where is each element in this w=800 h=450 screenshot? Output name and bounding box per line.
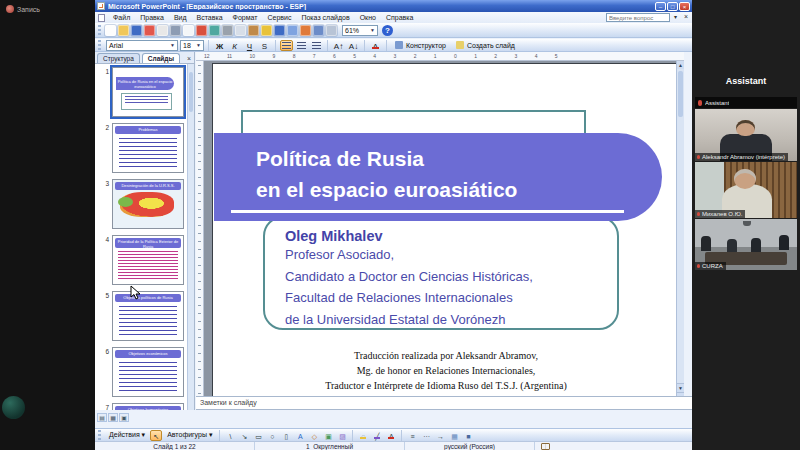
minimize-button[interactable]: – (655, 2, 666, 11)
research-icon[interactable] (209, 25, 220, 36)
panel-scrollbar[interactable] (187, 64, 194, 410)
slide-thumbnail[interactable]: 1 Política de Rusia en el espacio euroas… (95, 64, 187, 120)
toolbar-grip[interactable] (98, 40, 101, 51)
new-icon[interactable] (105, 25, 116, 36)
menu-Вид[interactable]: Вид (169, 14, 192, 21)
slide-design-button[interactable]: Конструктор (391, 40, 450, 51)
line-icon[interactable]: \ (224, 430, 236, 441)
dash-style-icon[interactable]: ⋯ (420, 430, 432, 441)
chevron-down-icon[interactable]: ▾ (674, 13, 677, 20)
line-style-icon[interactable]: ≡ (406, 430, 418, 441)
slide-preview[interactable]: Política de Rusia en el espacio euroasiá… (112, 67, 184, 117)
slide-thumbnail[interactable]: 3 Desintegración de la U.R.S.S. (95, 176, 187, 232)
notes-pane[interactable]: Заметки к слайду (196, 396, 692, 410)
draw-actions-menu[interactable]: Действия ▾ (106, 431, 148, 439)
restore-button[interactable]: □ (667, 2, 678, 11)
insert-table-icon[interactable] (313, 25, 324, 36)
fill-color-icon[interactable]: ◌ (357, 430, 369, 441)
toolbar-grip[interactable] (98, 25, 101, 36)
menu-Формат[interactable]: Формат (228, 14, 263, 21)
slide-thumbnail[interactable]: 5 Objetivos políticos de Rusia (95, 288, 187, 344)
wordart-icon[interactable]: A (294, 430, 306, 441)
participant-tile[interactable]: Aleksandr Abramov (intérprete) (695, 109, 797, 161)
permission-icon[interactable] (144, 25, 155, 36)
autoshapes-menu[interactable]: Автофигуры ▾ (164, 431, 215, 439)
slide-preview[interactable]: Desintegración de la U.R.S.S. (112, 179, 184, 229)
print-preview-icon[interactable] (183, 25, 194, 36)
subtitle-box[interactable]: Oleg Mikhalev Profesor Asociado, Candida… (263, 216, 619, 330)
normal-view-button[interactable]: ▤ (97, 413, 107, 422)
show-formatting-icon[interactable] (326, 25, 337, 36)
tab-outline[interactable]: Структура (97, 53, 140, 63)
slide-thumbnail[interactable]: 6 Objetivos económicos (95, 344, 187, 400)
diagram-icon[interactable]: ◇ (308, 430, 320, 441)
slide-preview[interactable]: Prioridad de la Política Exterior de Rus… (112, 235, 184, 285)
textbox-icon[interactable]: ▯ (280, 430, 292, 441)
open-icon[interactable] (118, 25, 129, 36)
spelling-icon[interactable] (196, 25, 207, 36)
3d-style-icon[interactable]: ■ (462, 430, 474, 441)
slide-editor[interactable]: Política de Rusia en el espacio euroasiá… (212, 63, 680, 403)
redo-icon[interactable] (287, 25, 298, 36)
language-indicator[interactable]: русский (Россия) (405, 442, 535, 450)
menu-Окно[interactable]: Окно (355, 14, 381, 21)
participant-tile[interactable]: Михалев О.Ю. (695, 162, 797, 218)
toolbar-grip[interactable] (98, 430, 101, 441)
cut-icon[interactable] (222, 25, 233, 36)
line-color-icon[interactable]: ╱ (371, 430, 383, 441)
participant-tile[interactable]: Assistant (695, 97, 797, 108)
draw-font-color-icon[interactable]: А (385, 430, 397, 441)
slideshow-view-button[interactable]: ▣ (119, 413, 129, 422)
paste-icon[interactable] (248, 25, 259, 36)
decrease-font-button[interactable]: A↓ (347, 40, 360, 51)
slide-preview[interactable]: Problemas (112, 123, 184, 173)
picture-icon[interactable]: ▨ (336, 430, 348, 441)
undo-icon[interactable] (274, 25, 285, 36)
italic-button[interactable]: К (228, 40, 241, 51)
slide-preview[interactable]: Objetivos económicos (112, 347, 184, 397)
participant-tile[interactable]: CURZA (695, 219, 797, 270)
menu-Правка[interactable]: Правка (135, 14, 169, 21)
menu-Вставка[interactable]: Вставка (192, 14, 228, 21)
copy-icon[interactable] (235, 25, 246, 36)
title-banner[interactable]: Política de Rusia en el espacio euroasiá… (214, 133, 662, 221)
align-center-button[interactable] (295, 40, 308, 51)
clipart-icon[interactable]: ▣ (322, 430, 334, 441)
help-icon[interactable]: ? (382, 25, 393, 36)
increase-font-button[interactable]: A↑ (332, 40, 345, 51)
new-slide-button[interactable]: Создать слайд (452, 40, 519, 51)
font-color-button[interactable]: А (369, 40, 382, 51)
arrow-icon[interactable]: ↘ (238, 430, 250, 441)
bold-button[interactable]: Ж (213, 40, 226, 51)
question-input[interactable] (606, 13, 670, 22)
close-button[interactable]: × (679, 2, 690, 11)
shadow-button[interactable]: S (258, 40, 271, 51)
menu-Сервис[interactable]: Сервис (262, 14, 296, 21)
arrow-style-icon[interactable]: → (434, 430, 446, 441)
zoom-select[interactable]: 61% ▼ (342, 25, 378, 36)
scroll-up-icon[interactable]: ▲ (677, 61, 684, 69)
tab-slides[interactable]: Слайды (142, 53, 180, 63)
insert-chart-icon[interactable] (300, 25, 311, 36)
slide-thumbnail[interactable]: 4 Prioridad de la Política Exterior de R… (95, 232, 187, 288)
font-size-select[interactable]: 18 ▼ (180, 40, 204, 51)
menu-Показ слайдов[interactable]: Показ слайдов (296, 14, 354, 21)
menu-Файл[interactable]: Файл (108, 14, 135, 21)
slide-thumbnail[interactable]: 7 Objetivos humanitarios (95, 400, 187, 410)
slide-thumbnail[interactable]: 2 Problemas (95, 120, 187, 176)
oval-icon[interactable]: ○ (266, 430, 278, 441)
slide-preview[interactable]: Objetivos políticos de Rusia (112, 291, 184, 341)
print-icon[interactable] (170, 25, 181, 36)
select-objects-icon[interactable]: ↖ (150, 430, 162, 441)
close-question-icon[interactable]: × (684, 13, 688, 20)
font-family-select[interactable]: Arial ▼ (106, 40, 178, 51)
email-icon[interactable] (157, 25, 168, 36)
rectangle-icon[interactable]: ▭ (252, 430, 264, 441)
align-left-button[interactable] (280, 40, 293, 51)
format-painter-icon[interactable] (261, 25, 272, 36)
underline-button[interactable]: Ч (243, 40, 256, 51)
slide-preview[interactable]: Objetivos humanitarios (112, 403, 184, 410)
close-panel-icon[interactable]: × (187, 55, 191, 63)
menu-Справка[interactable]: Справка (381, 14, 418, 21)
shadow-style-icon[interactable]: ▦ (448, 430, 460, 441)
